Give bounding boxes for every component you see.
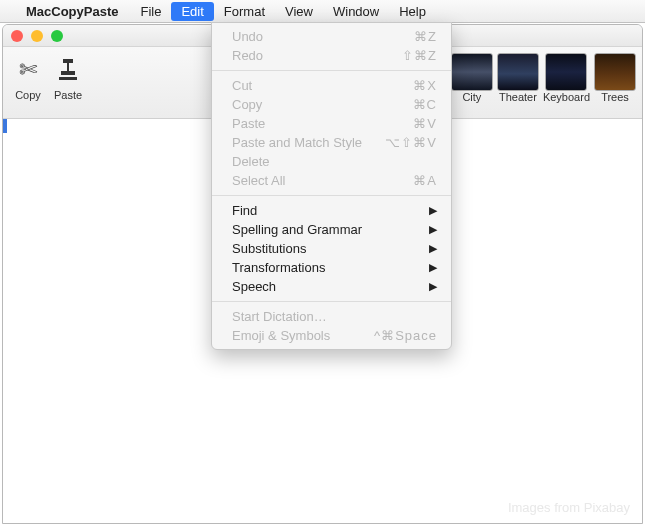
menu-item-emoji-symbols: Emoji & Symbols^⌘Space bbox=[212, 326, 451, 345]
menu-shortcut: ⌘X bbox=[413, 78, 437, 93]
menubar-item-file[interactable]: File bbox=[130, 2, 171, 21]
edit-menu-dropdown: Undo⌘ZRedo⇧⌘ZCut⌘XCopy⌘CPaste⌘VPaste and… bbox=[211, 22, 452, 350]
stamp-icon bbox=[51, 53, 85, 87]
menu-shortcut: ^⌘Space bbox=[374, 328, 437, 343]
menu-item-label: Start Dictation… bbox=[232, 309, 327, 324]
menu-shortcut: ⌘V bbox=[413, 116, 437, 131]
paste-label: Paste bbox=[54, 89, 82, 101]
thumb-label: City bbox=[462, 91, 481, 103]
submenu-arrow-icon: ▶ bbox=[429, 261, 437, 274]
submenu-arrow-icon: ▶ bbox=[429, 204, 437, 217]
menu-item-label: Paste and Match Style bbox=[232, 135, 362, 150]
menu-item-label: Cut bbox=[232, 78, 252, 93]
svg-rect-0 bbox=[59, 77, 77, 80]
menu-shortcut: ⌘Z bbox=[414, 29, 437, 44]
menu-item-label: Spelling and Grammar bbox=[232, 222, 362, 237]
menu-item-undo: Undo⌘Z bbox=[212, 27, 451, 46]
menu-item-label: Select All bbox=[232, 173, 285, 188]
menu-item-label: Copy bbox=[232, 97, 262, 112]
menubar-item-help[interactable]: Help bbox=[389, 2, 436, 21]
thumbnail-group: CityTheaterKeyboardTrees bbox=[447, 53, 636, 103]
menu-item-delete: Delete bbox=[212, 152, 451, 171]
menu-separator bbox=[212, 195, 451, 196]
menu-separator bbox=[212, 301, 451, 302]
menu-item-label: Redo bbox=[232, 48, 263, 63]
thumb-label: Trees bbox=[601, 91, 629, 103]
menu-item-label: Transformations bbox=[232, 260, 325, 275]
menubar-item-view[interactable]: View bbox=[275, 2, 323, 21]
menu-shortcut: ⌘A bbox=[413, 173, 437, 188]
menu-separator bbox=[212, 70, 451, 71]
menu-item-substitutions[interactable]: Substitutions▶ bbox=[212, 239, 451, 258]
app-name[interactable]: MacCopyPaste bbox=[26, 4, 118, 19]
window-minimize-button[interactable] bbox=[31, 30, 43, 42]
menu-item-find[interactable]: Find▶ bbox=[212, 201, 451, 220]
menu-item-start-dictation: Start Dictation… bbox=[212, 307, 451, 326]
copy-label: Copy bbox=[15, 89, 41, 101]
menu-item-cut: Cut⌘X bbox=[212, 76, 451, 95]
menu-item-redo: Redo⇧⌘Z bbox=[212, 46, 451, 65]
menu-item-paste: Paste⌘V bbox=[212, 114, 451, 133]
trees-thumb-icon bbox=[594, 53, 636, 91]
menu-item-label: Emoji & Symbols bbox=[232, 328, 330, 343]
submenu-arrow-icon: ▶ bbox=[429, 280, 437, 293]
thumbnail-keyboard[interactable]: Keyboard bbox=[543, 53, 590, 103]
menu-item-label: Find bbox=[232, 203, 257, 218]
thumbnail-theater[interactable]: Theater bbox=[497, 53, 539, 103]
menu-item-select-all: Select All⌘A bbox=[212, 171, 451, 190]
keyboard-thumb-icon bbox=[545, 53, 587, 91]
menu-item-paste-and-match-style: Paste and Match Style⌥⇧⌘V bbox=[212, 133, 451, 152]
menu-item-spelling-and-grammar[interactable]: Spelling and Grammar▶ bbox=[212, 220, 451, 239]
thumb-label: Keyboard bbox=[543, 91, 590, 103]
menu-item-speech[interactable]: Speech▶ bbox=[212, 277, 451, 296]
menubar-item-format[interactable]: Format bbox=[214, 2, 275, 21]
menu-item-label: Undo bbox=[232, 29, 263, 44]
menu-item-copy: Copy⌘C bbox=[212, 95, 451, 114]
menu-shortcut: ⇧⌘Z bbox=[402, 48, 437, 63]
menu-item-label: Substitutions bbox=[232, 241, 306, 256]
submenu-arrow-icon: ▶ bbox=[429, 223, 437, 236]
thumb-label: Theater bbox=[499, 91, 537, 103]
city-thumb-icon bbox=[451, 53, 493, 91]
thumbnail-city[interactable]: City bbox=[451, 53, 493, 103]
menu-shortcut: ⌘C bbox=[413, 97, 437, 112]
theater-thumb-icon bbox=[497, 53, 539, 91]
copy-tool[interactable]: ✄ Copy bbox=[11, 53, 45, 101]
thumbnail-trees[interactable]: Trees bbox=[594, 53, 636, 103]
window-zoom-button[interactable] bbox=[51, 30, 63, 42]
menu-item-label: Paste bbox=[232, 116, 265, 131]
window-close-button[interactable] bbox=[11, 30, 23, 42]
menu-item-label: Delete bbox=[232, 154, 270, 169]
menu-item-transformations[interactable]: Transformations▶ bbox=[212, 258, 451, 277]
menu-item-label: Speech bbox=[232, 279, 276, 294]
submenu-arrow-icon: ▶ bbox=[429, 242, 437, 255]
image-credit: Images from Pixabay bbox=[508, 500, 630, 515]
scissors-icon: ✄ bbox=[11, 53, 45, 87]
paste-tool[interactable]: Paste bbox=[51, 53, 85, 101]
menubar-item-window[interactable]: Window bbox=[323, 2, 389, 21]
menu-shortcut: ⌥⇧⌘V bbox=[385, 135, 437, 150]
menubar-item-edit[interactable]: Edit bbox=[171, 2, 213, 21]
menubar: MacCopyPaste FileEditFormatViewWindowHel… bbox=[0, 0, 645, 23]
